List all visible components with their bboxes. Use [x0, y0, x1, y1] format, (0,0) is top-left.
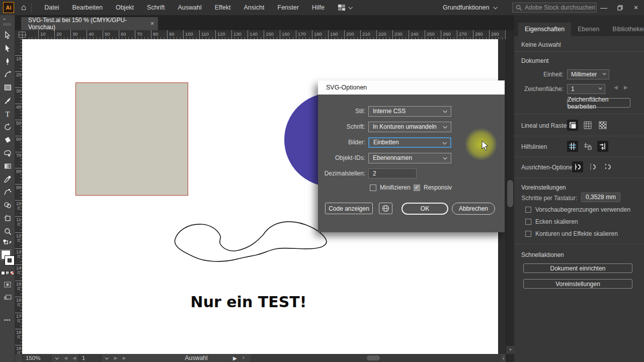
toolbar-grip[interactable] [4, 23, 12, 26]
menu-item-bearbeiten[interactable]: Bearbeiten [65, 0, 109, 15]
tab-close-icon[interactable]: × [150, 20, 154, 27]
previous-artboard-icon[interactable]: ◀ [70, 355, 78, 360]
scrollbar-right-arrow-icon[interactable]: › [503, 355, 504, 361]
canvas-text-object[interactable]: Nur ein TEST! [123, 293, 374, 311]
horizontal-scrollbar[interactable] [251, 354, 501, 362]
symbol-sprayer-tool-icon[interactable] [0, 186, 15, 199]
minimize-button[interactable]: — [596, 0, 612, 15]
color-fill-icon[interactable] [1, 271, 5, 275]
checkbox-icon[interactable] [370, 185, 376, 191]
responsiv-checkbox[interactable]: Responsiv [414, 184, 452, 191]
next-artboard-arrow-icon[interactable]: ▶ [624, 84, 628, 90]
panel-tab-bibliotheken[interactable]: Bibliotheken [606, 23, 644, 36]
menu-item-datei[interactable]: Datei [38, 0, 65, 15]
swap-fill-stroke-icon[interactable] [0, 238, 15, 247]
rotate-tool-icon[interactable] [0, 120, 15, 133]
dialog-title-bar[interactable]: SVG-Optionen [318, 80, 505, 95]
lock-guides-icon[interactable] [582, 141, 593, 152]
panel-tab-eigenschaften[interactable]: Eigenschaften [518, 23, 571, 36]
status-play-icon[interactable]: ▶ [233, 355, 237, 361]
quick-action-dokument-einrichten[interactable]: Dokument einrichten [523, 263, 632, 273]
gradient-fill-icon[interactable] [6, 271, 10, 275]
snap-to-glyph-icon[interactable] [602, 161, 613, 172]
quick-action-voreinstellungen[interactable]: Voreinstellungen [523, 279, 632, 289]
prev-artboard-arrow-icon[interactable]: ◀ [614, 84, 618, 90]
checkbox-icon[interactable] [525, 231, 531, 237]
vertical-scrollbar-thumb[interactable] [507, 180, 513, 207]
fill-stroke-indicator[interactable] [0, 250, 15, 268]
vertical-scrollbar[interactable]: ▾ [506, 15, 514, 362]
type-tool-icon[interactable]: T [0, 107, 15, 120]
show-rulers-icon[interactable] [567, 120, 578, 131]
next-artboard-icon[interactable]: ▶ [112, 355, 120, 360]
zoom-dropdown-icon[interactable] [51, 354, 61, 362]
menu-item-fenster[interactable]: Fenster [271, 0, 305, 15]
artboard-dropdown[interactable]: 1 [567, 84, 605, 94]
workspace-switcher[interactable]: Grundfunktionen [443, 0, 497, 15]
horizontal-scrollbar-thumb[interactable] [367, 355, 380, 360]
first-artboard-icon[interactable]: ◀ [61, 355, 70, 360]
draw-behind-mode-icon[interactable] [0, 291, 15, 304]
show-code-button[interactable]: Code anzeigen [325, 203, 373, 214]
draw-normal-mode-icon[interactable] [0, 278, 15, 291]
close-button[interactable]: × [628, 0, 644, 15]
menu-item-hilfe[interactable]: Hilfe [305, 0, 331, 15]
canvas-rectangle-object[interactable] [75, 82, 188, 196]
toolbar-collapse-icon[interactable]: » [0, 15, 15, 22]
show-guides-icon[interactable] [567, 141, 578, 152]
snap-to-point-icon[interactable] [572, 161, 583, 172]
direct-selection-tool-icon[interactable] [0, 42, 15, 55]
pen-tool-icon[interactable] [0, 55, 15, 68]
menu-item-auswahl[interactable]: Auswahl [172, 0, 208, 15]
eyedropper-tool-icon[interactable] [0, 172, 15, 186]
scrollbar-arrow-icon[interactable]: ▾ [506, 346, 515, 354]
checkbox-icon[interactable] [414, 185, 420, 191]
checkbox-icon[interactable] [525, 207, 531, 213]
objekt-ids-dropdown[interactable]: Ebenennamen [368, 153, 451, 163]
panel-tab-ebenen[interactable]: Ebenen [571, 23, 606, 36]
artboard-number-field[interactable]: 1 [78, 354, 102, 362]
snap-to-grid-icon[interactable] [587, 161, 598, 172]
menu-item-ansicht[interactable]: Ansicht [237, 0, 271, 15]
shaper-tool-icon[interactable] [0, 146, 15, 159]
keyboard-step-value[interactable]: 0,3528 mm [581, 193, 620, 202]
arrange-documents-icon[interactable] [338, 5, 352, 11]
cancel-button[interactable]: Abbrechen [452, 203, 495, 215]
ruler-origin-corner[interactable] [15, 30, 28, 39]
status-back-icon[interactable]: ‹ [243, 354, 245, 361]
stil-dropdown[interactable]: Interne CSS [368, 106, 451, 117]
unit-dropdown[interactable]: Millimeter [567, 69, 609, 79]
shape-builder-tool-icon[interactable] [0, 199, 15, 212]
zoom-tool-icon[interactable] [0, 225, 15, 238]
bilder-dropdown[interactable]: Einbetten [368, 137, 451, 148]
web-preview-button[interactable] [379, 203, 392, 214]
ok-button[interactable]: OK [401, 203, 448, 215]
show-grid-icon[interactable] [582, 120, 593, 131]
selection-tool-icon[interactable] [0, 29, 15, 42]
canvas-freeform-path-object[interactable] [171, 217, 330, 265]
none-fill-icon[interactable] [10, 271, 14, 275]
pref-checkbox-1[interactable]: Vorschaubegrenzungen verwenden [525, 206, 630, 213]
transparency-grid-icon[interactable] [597, 120, 608, 131]
menu-item-schrift[interactable]: Schrift [140, 0, 171, 15]
artboard-dropdown-icon[interactable] [102, 354, 112, 362]
restore-button[interactable] [612, 0, 628, 15]
zoom-level-field[interactable]: 150% [22, 354, 51, 362]
stroke-color-swatch[interactable] [5, 256, 14, 265]
edit-artboards-button[interactable]: Zeichenflächen bearbeiten [567, 98, 630, 108]
menu-item-effekt[interactable]: Effekt [208, 0, 237, 15]
rectangle-tool-icon[interactable] [0, 81, 15, 94]
eraser-tool-icon[interactable] [0, 133, 15, 146]
document-tab[interactable]: SVG-Test.ai bei 150 % (CMYK/GPU-Vorschau… [21, 17, 158, 30]
edit-toolbar-icon[interactable]: ••• [0, 317, 15, 323]
artboard-tool-icon[interactable] [0, 212, 15, 225]
last-artboard-icon[interactable]: ▶ [120, 355, 129, 360]
home-icon[interactable]: ⌂ [21, 2, 26, 13]
snap-to-guides-icon[interactable] [597, 141, 608, 152]
decimals-input[interactable]: 2 [368, 168, 417, 178]
schrift-dropdown[interactable]: In Konturen umwandeln [368, 122, 451, 132]
menu-item-objekt[interactable]: Objekt [109, 0, 140, 15]
gradient-tool-icon[interactable] [0, 159, 15, 172]
minifizieren-checkbox[interactable]: Minifizieren [370, 184, 411, 191]
curvature-tool-icon[interactable] [0, 68, 15, 81]
